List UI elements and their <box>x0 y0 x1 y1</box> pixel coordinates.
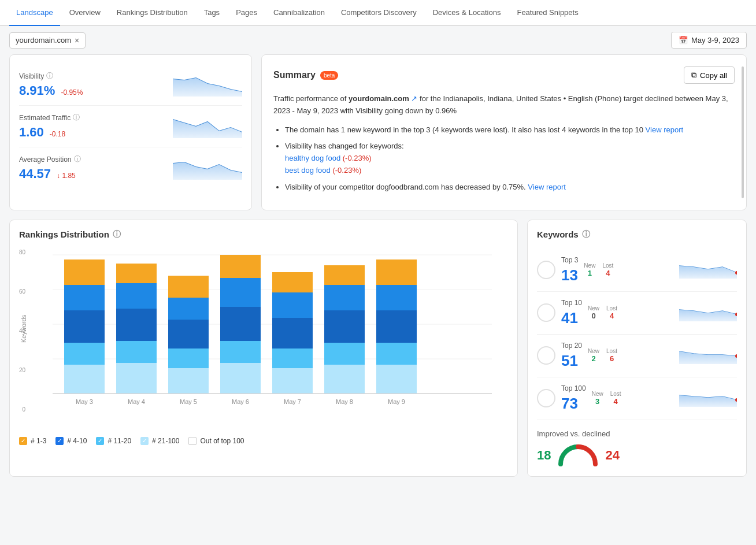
legend-4-10-checkbox[interactable]: ✓ <box>55 437 64 445</box>
close-icon[interactable]: × <box>75 36 79 45</box>
date-range-button[interactable]: 📅 May 3-9, 2023 <box>671 32 747 49</box>
kw-top100-sparkline <box>679 390 737 407</box>
declined-value: 24 <box>605 448 619 463</box>
nav-item-tags[interactable]: Tags <box>197 0 227 26</box>
nav-item-pages[interactable]: Pages <box>229 0 264 26</box>
traffic-change: -0.18 <box>50 130 65 138</box>
kw-top3-lost: Lost 4 <box>602 262 613 277</box>
nav-item-rankings[interactable]: Rankings Distribution <box>110 0 195 26</box>
legend-4-10[interactable]: ✓ # 4-10 <box>55 437 87 445</box>
summary-header: Summary beta ⧉ Copy all <box>273 66 735 84</box>
nav-item-devices[interactable]: Devices & Locations <box>426 0 508 26</box>
svg-rect-38 <box>324 285 365 310</box>
kw-top10-new-label: New <box>588 305 599 312</box>
traffic-label: Estimated Traffic <box>19 114 71 122</box>
kw-top100-value: 73 <box>561 395 586 413</box>
legend-21-100[interactable]: ✓ # 21-100 <box>140 437 179 445</box>
kw-top20-value: 51 <box>561 352 582 370</box>
legend-11-20[interactable]: ✓ # 11-20 <box>96 437 131 445</box>
position-info-icon[interactable]: ⓘ <box>74 154 81 164</box>
nav-item-landscape[interactable]: Landscape <box>9 0 60 26</box>
kw-top3-row: Top 3 13 New 1 Lost 4 <box>537 249 737 292</box>
svg-rect-45 <box>376 259 417 285</box>
legend-1-3[interactable]: ✓ # 1-3 <box>19 437 46 445</box>
keywords-info-icon[interactable]: ⓘ <box>582 229 590 240</box>
kw-top100-lost: Lost 4 <box>610 391 621 406</box>
visibility-label: Visibility <box>19 72 44 80</box>
copy-icon: ⧉ <box>691 71 696 80</box>
svg-rect-29 <box>272 368 313 394</box>
kw-top20-lost: Lost 6 <box>606 348 617 363</box>
visibility-info-icon[interactable]: ⓘ <box>46 71 53 81</box>
nav-item-competitors[interactable]: Competitors Discovery <box>334 0 424 26</box>
kw2-link[interactable]: best dog food <box>285 166 331 175</box>
checkmark-icon-4: ✓ <box>142 438 147 444</box>
kw-top10-value: 41 <box>561 309 582 327</box>
beta-badge: beta <box>320 71 338 80</box>
legend-1-3-checkbox[interactable]: ✓ <box>19 437 27 445</box>
domain-filter[interactable]: yourdomain.com × <box>9 32 86 49</box>
traffic-info-icon[interactable]: ⓘ <box>73 113 80 123</box>
legend-21-100-checkbox[interactable]: ✓ <box>140 437 149 445</box>
top-row: Visibility ⓘ 8.91% -0.95% <box>9 54 747 210</box>
svg-text:May 4: May 4 <box>128 398 145 405</box>
svg-rect-20 <box>168 298 209 320</box>
kw-top10-sparkline <box>679 304 737 321</box>
kw-top20-new-val: 2 <box>588 354 599 363</box>
legend-out-100-checkbox[interactable] <box>188 437 197 445</box>
traffic-metric: Estimated Traffic ⓘ 1.60 -0.18 <box>19 106 242 147</box>
kw1-link[interactable]: healthy dog food <box>285 154 340 162</box>
kw-top20-new: New 2 <box>588 348 599 363</box>
svg-rect-5 <box>64 365 105 394</box>
legend-11-20-label: # 11-20 <box>108 437 131 445</box>
kw-top20-new-label: New <box>588 348 599 354</box>
nav-item-snippets[interactable]: Featured Snippets <box>510 0 585 26</box>
copy-all-button[interactable]: ⧉ Copy all <box>684 66 735 84</box>
domain-link[interactable]: ↗ <box>411 94 417 103</box>
svg-rect-25 <box>220 307 261 341</box>
kw-top20-row: Top 20 51 New 2 Lost 6 <box>537 335 737 377</box>
scroll-indicator <box>742 66 744 198</box>
kw-top10-new-val: 0 <box>588 312 599 320</box>
svg-rect-44 <box>376 285 417 310</box>
svg-rect-27 <box>220 255 261 278</box>
svg-rect-11 <box>116 363 157 394</box>
rankings-info-icon[interactable]: ⓘ <box>113 229 121 240</box>
nav-item-cannibalization[interactable]: Cannibalization <box>266 0 332 26</box>
rankings-chart: May 3 May 4 May 5 <box>36 249 508 428</box>
traffic-value: 1.60 <box>19 125 44 140</box>
summary-card: Summary beta ⧉ Copy all Traffic performa… <box>261 54 747 210</box>
svg-rect-9 <box>64 259 105 285</box>
kw2-change: (-0.23%) <box>332 166 361 175</box>
kw-top3-circle <box>537 261 555 279</box>
y-tick-20: 20 <box>19 367 25 373</box>
kw-top20-lost-val: 6 <box>606 354 617 363</box>
kw-top10-row: Top 10 41 New 0 Lost 4 <box>537 292 737 335</box>
nav-bar: Landscape Overview Rankings Distribution… <box>0 0 756 26</box>
svg-rect-36 <box>324 343 365 365</box>
svg-rect-42 <box>376 343 417 365</box>
y-tick-0: 0 <box>19 406 25 413</box>
kw-top20-left: Top 20 51 New 2 Lost 6 <box>537 342 617 370</box>
y-axis-label: Keywords <box>20 315 27 343</box>
gauge-chart <box>558 444 598 467</box>
summary-bullet-2: Visibility has changed for keywords: hea… <box>285 140 735 176</box>
legend-11-20-checkbox[interactable]: ✓ <box>96 437 104 445</box>
svg-rect-7 <box>64 310 105 343</box>
keywords-title: Keywords ⓘ <box>537 229 737 240</box>
view-report-link-1[interactable]: View report <box>646 125 684 134</box>
nav-item-overview[interactable]: Overview <box>62 0 108 26</box>
kw-top100-circle <box>537 389 555 407</box>
legend-out-100[interactable]: Out of top 100 <box>188 437 244 445</box>
chart-legend: ✓ # 1-3 ✓ # 4-10 ✓ # 11-20 <box>19 437 508 445</box>
kw-top10-left: Top 10 41 New 0 Lost 4 <box>537 299 617 327</box>
kw-top3-new-label: New <box>584 262 595 269</box>
svg-rect-13 <box>116 309 157 341</box>
checkmark-icon: ✓ <box>21 438 25 444</box>
rankings-card: Rankings Distribution ⓘ 80 60 40 20 0 Ke… <box>9 220 518 477</box>
kw-top3-newlost: New 1 Lost 4 <box>584 262 613 277</box>
legend-4-10-label: # 4-10 <box>67 437 87 445</box>
svg-text:May 3: May 3 <box>76 398 93 405</box>
view-report-link-2[interactable]: View report <box>528 183 566 191</box>
svg-rect-35 <box>324 365 365 394</box>
